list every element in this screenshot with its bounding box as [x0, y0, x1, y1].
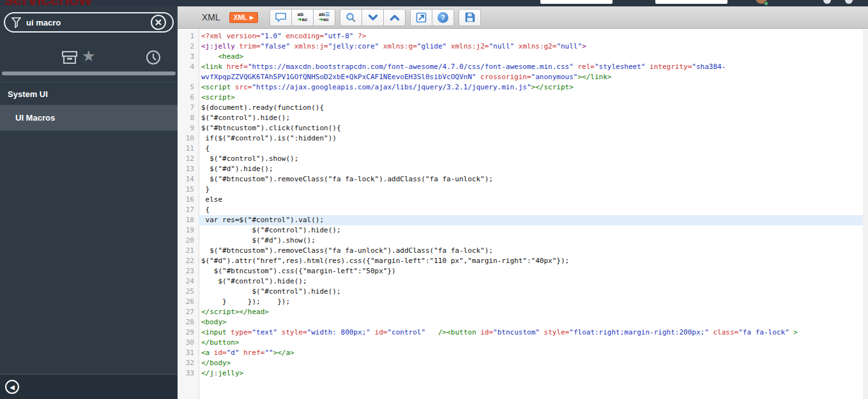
window-help-group: ?	[410, 9, 454, 26]
code-line[interactable]: 19 $("#control").hide();	[178, 225, 868, 236]
tabs-scrollbar[interactable]	[2, 72, 176, 75]
code-line[interactable]: 4<link href="https://maxcdn.bootstrapcdn…	[178, 62, 868, 82]
code-line[interactable]: 21 $("#btncustom").removeClass("fa fa-un…	[178, 246, 868, 256]
line-number: 13	[178, 164, 199, 174]
navigator-filter[interactable]	[4, 12, 174, 33]
code-line[interactable]: 23 $("#btncustom").css({"margin-left":"5…	[178, 266, 868, 276]
sidebar-item-ui-macros[interactable]: UI Macros	[0, 105, 178, 131]
code-line[interactable]: 8$("#control").hide();	[178, 113, 868, 123]
replace-button[interactable]: ab➔ac	[291, 9, 314, 26]
replace-all-icon: ab☰➔ac	[319, 12, 330, 22]
code-line[interactable]: 9$("#btncustom").click(function(){	[178, 123, 868, 133]
code-line[interactable]: 6<script>	[178, 93, 868, 103]
line-number: 1	[178, 31, 199, 41]
line-number: 26	[178, 297, 199, 307]
code-line[interactable]: 18 var res=$("#control").val();	[178, 215, 868, 225]
help-menu-icon[interactable]	[845, 0, 853, 4]
line-number: 16	[178, 195, 199, 205]
top-banner: servicenow	[0, 0, 868, 6]
sidebar-section-system-ui[interactable]: System UI	[0, 82, 178, 105]
code-line[interactable]: 33</j:jelly>	[178, 368, 868, 379]
code-line[interactable]: 12 $("#control").show();	[178, 154, 868, 164]
collapse-sidebar-button circle-left-arrow-icon[interactable]: ◀	[5, 380, 19, 394]
find-previous-button[interactable]	[383, 9, 406, 26]
favorites-tab star-icon[interactable]: ★	[82, 47, 96, 65]
code-line[interactable]: 31<a id="d" href=""></a>	[178, 348, 868, 358]
code-line[interactable]: 7$(document).ready(function(){	[178, 103, 868, 113]
line-number: 6	[178, 93, 199, 103]
line-number: 17	[178, 205, 199, 215]
line-number: 18	[178, 215, 199, 225]
servicenow-app: servicenow	[0, 0, 868, 399]
code-line[interactable]: 24 $("#control").hide();	[178, 276, 868, 287]
help-button[interactable]: ?	[432, 9, 454, 26]
line-number: 28	[178, 317, 199, 327]
line-number: 2	[178, 41, 199, 52]
code-line[interactable]: 3 <head>	[178, 52, 868, 62]
banner-secondary-input[interactable]	[655, 0, 727, 4]
chevron-up-icon	[390, 14, 400, 21]
ui-macro-editor-pane: XML XML ▶ ab➔ac ab☰➔ac	[178, 6, 868, 399]
code-line[interactable]: 16 else	[178, 195, 868, 205]
chevron-down-icon	[368, 14, 378, 21]
code-line[interactable]: 28<body>	[178, 317, 868, 327]
line-number: 3	[178, 52, 199, 62]
mode-label: XML	[202, 12, 220, 22]
save-group	[459, 9, 481, 26]
code-line[interactable]: 20 $("#d").show();	[178, 236, 868, 246]
code-line[interactable]: 17 {	[178, 205, 868, 215]
code-line[interactable]: 11 {	[178, 144, 868, 154]
code-line[interactable]: 30</button>	[178, 338, 868, 348]
line-number: 15	[178, 184, 199, 195]
editor-toolbar: XML XML ▶ ab➔ac ab☰➔ac	[178, 6, 868, 29]
replace-all-button[interactable]: ab☰➔ac	[313, 9, 335, 26]
speech-bubble-icon	[275, 12, 287, 22]
code-line[interactable]: 5<script src="https://ajax.googleapis.co…	[178, 82, 868, 93]
code-line[interactable]: 1<?xml version="1.0" encoding="utf-8" ?>	[178, 31, 868, 41]
replace-icon: ab➔ac	[298, 12, 308, 22]
code-line[interactable]: 26 } }); });	[178, 297, 868, 307]
line-number: 32	[178, 358, 199, 368]
code-editor[interactable]: 1<?xml version="1.0" encoding="utf-8" ?>…	[178, 29, 868, 399]
code-line[interactable]: 13 $("#d").hide();	[178, 164, 868, 174]
code-line[interactable]: 2<j:jelly trim="false" xmlns:j="jelly:co…	[178, 41, 868, 52]
filter-input[interactable]	[26, 18, 151, 27]
navigator-tabs: ★	[0, 45, 178, 73]
sidebar-footer: ◀	[0, 374, 178, 399]
line-number: 12	[178, 154, 199, 164]
comment-button[interactable]	[270, 9, 292, 26]
gear-icon[interactable]	[823, 0, 831, 4]
line-number: 9	[178, 123, 199, 133]
code-line[interactable]: 10 if($("#control").is(":hidden"))	[178, 133, 868, 144]
all-applications-tab box-icon[interactable]	[61, 50, 78, 68]
save-button[interactable]	[459, 9, 481, 26]
magnifier-icon	[346, 12, 356, 23]
funnel-icon	[11, 17, 21, 28]
code-line[interactable]: 29<input type="text" style="width: 800px…	[178, 327, 868, 338]
search-button[interactable]	[340, 9, 362, 26]
code-line[interactable]: 14 $("#btncustom").removeClass("fa fa-lo…	[178, 174, 868, 184]
comment-replace-group: ab➔ac ab☰➔ac	[270, 9, 335, 26]
code-line[interactable]: 25 $("#control").hide();	[178, 287, 868, 297]
line-number: 33	[178, 368, 199, 379]
xml-badge[interactable]: XML ▶	[229, 12, 258, 23]
line-number: 8	[178, 113, 199, 123]
xml-badge-label: XML	[234, 14, 247, 21]
line-number: 4	[178, 62, 199, 82]
code-line[interactable]: 15 }	[178, 184, 868, 195]
line-number: 19	[178, 225, 199, 236]
history-tab clock-icon[interactable]	[146, 50, 161, 68]
line-number: 29	[178, 327, 199, 338]
code-line[interactable]: 32</body>	[178, 358, 868, 368]
line-number: 31	[178, 348, 199, 358]
code-line[interactable]: 27</script></head>	[178, 307, 868, 317]
open-in-window-button[interactable]	[410, 9, 432, 26]
line-number: 25	[178, 287, 199, 297]
editor-scrollbar[interactable]	[863, 29, 868, 399]
find-next-button[interactable]	[362, 9, 384, 26]
line-number: 20	[178, 236, 199, 246]
line-number: 24	[178, 276, 199, 287]
banner-search-input[interactable]	[540, 0, 613, 4]
code-line[interactable]: 22$("#d").attr("href",res).html(res).css…	[178, 256, 868, 266]
circle-x-icon[interactable]	[151, 15, 166, 30]
